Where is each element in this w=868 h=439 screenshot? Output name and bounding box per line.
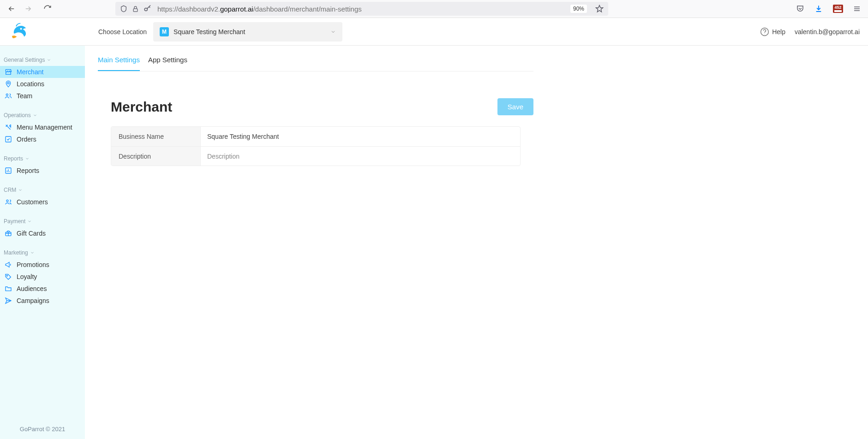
shield-icon[interactable] [120,5,127,12]
selected-location-text: Square Testing Merchant [174,28,245,36]
main-content: Main Settings App Settings Merchant Save… [85,46,868,439]
chevron-down-icon [330,29,336,35]
gift-card-icon [5,230,12,237]
page-header-row: Merchant Save [111,98,533,115]
sidebar-item-label: Promotions [17,261,49,268]
help-link[interactable]: Help [760,27,785,36]
tabs: Main Settings App Settings [98,46,533,71]
browser-chrome: https://dashboardv2.goparrot.ai/dashboar… [0,0,868,18]
download-icon[interactable] [814,5,823,13]
sidebar-item-label: Team [17,92,32,100]
help-icon [760,27,769,36]
reload-button[interactable] [43,5,52,13]
sidebar-item-customers[interactable]: Customers [0,196,85,208]
business-name-input[interactable] [207,133,514,140]
sidebar-item-team[interactable]: Team [0,90,85,102]
sidebar: General SettingsMerchantLocationsTeamOpe… [0,46,85,439]
chrome-right: 452 [796,5,863,13]
tag-icon [5,273,12,280]
sidebar-item-audiences[interactable]: Audiences [0,283,85,295]
svg-rect-0 [133,8,138,11]
sidebar-footer: GoParrot © 2021 [0,420,85,439]
sidebar-item-loyalty[interactable]: Loyalty [0,271,85,283]
sidebar-item-merchant[interactable]: Merchant [0,66,85,78]
location-icon [5,80,12,88]
svg-point-1 [144,8,147,11]
description-label: Description [111,147,201,166]
sidebar-item-label: Reports [17,167,39,174]
save-button[interactable]: Save [497,98,533,115]
sidebar-item-label: Merchant [17,68,43,76]
sidebar-item-menu-management[interactable]: Menu Management [0,121,85,133]
url-text: https://dashboardv2.goparrot.ai/dashboar… [157,5,565,13]
customers-icon [5,198,12,206]
check-square-icon [5,136,12,143]
page-title: Merchant [111,99,172,115]
bookmark-star-icon[interactable] [595,5,604,13]
sidebar-item-gift-cards[interactable]: Gift Cards [0,227,85,239]
merchant-form: Business Name Description [111,126,521,166]
section-header-general-settings[interactable]: General Settings [0,53,85,66]
sidebar-item-locations[interactable]: Locations [0,78,85,90]
user-email[interactable]: valentin.b@goparrot.ai [795,28,860,36]
megaphone-icon [5,261,12,268]
nav-arrows [5,5,52,13]
sidebar-item-label: Orders [17,136,36,143]
svg-point-4 [7,82,9,84]
address-icons [120,5,152,13]
key-icon[interactable] [144,5,152,13]
sidebar-item-promotions[interactable]: Promotions [0,259,85,271]
sidebar-item-label: Gift Cards [17,230,46,237]
svg-point-5 [6,94,8,95]
location-selector[interactable]: M Square Testing Merchant [153,22,342,42]
section-header-crm[interactable]: CRM [0,183,85,196]
folder-icon [5,285,12,292]
sidebar-item-label: Menu Management [17,124,72,131]
sidebar-item-label: Locations [17,80,44,88]
business-name-label: Business Name [111,127,201,146]
tab-app-settings[interactable]: App Settings [148,56,187,71]
extension-badge[interactable]: 452 [833,5,843,13]
team-icon [5,92,12,100]
section-header-operations[interactable]: Operations [0,108,85,121]
zoom-badge[interactable]: 90% [570,5,587,13]
description-input[interactable] [207,153,514,160]
bar-chart-icon [5,167,12,174]
header-right: Help valentin.b@goparrot.ai [760,27,860,36]
lock-icon[interactable] [132,6,139,12]
sidebar-item-label: Campaigns [17,297,49,304]
sidebar-item-label: Customers [17,198,48,206]
sidebar-item-campaigns[interactable]: Campaigns [0,295,85,307]
store-icon [5,68,12,76]
back-button[interactable] [7,5,16,13]
help-label: Help [772,28,785,36]
forward-button[interactable] [24,5,32,13]
sidebar-item-label: Audiences [17,285,47,292]
svg-point-8 [6,200,8,202]
svg-rect-6 [6,136,11,142]
section-header-payment[interactable]: Payment [0,214,85,227]
hamburger-menu-icon[interactable] [853,5,861,12]
url-domain: goparrot.ai [220,5,253,13]
pocket-icon[interactable] [796,5,804,13]
form-row-description: Description [111,146,520,166]
form-row-business-name: Business Name [111,127,520,146]
svg-point-10 [6,275,7,276]
tab-main-settings[interactable]: Main Settings [98,56,140,71]
utensils-icon [5,124,12,131]
send-icon [5,297,12,304]
section-header-reports[interactable]: Reports [0,152,85,165]
location-badge: M [160,27,169,36]
section-header-marketing[interactable]: Marketing [0,246,85,259]
sidebar-item-orders[interactable]: Orders [0,133,85,145]
logo-area [8,22,98,42]
sidebar-item-label: Loyalty [17,273,37,280]
choose-location-label: Choose Location [98,28,147,36]
app-header: Choose Location M Square Testing Merchan… [0,18,868,46]
svg-point-2 [20,28,22,30]
url-path: /dashboard/merchant/main-settings [253,5,362,13]
sidebar-item-reports[interactable]: Reports [0,165,85,177]
address-bar[interactable]: https://dashboardv2.goparrot.ai/dashboar… [115,2,608,16]
url-prefix: https://dashboardv2. [157,5,220,13]
goparrot-logo[interactable] [8,22,28,42]
